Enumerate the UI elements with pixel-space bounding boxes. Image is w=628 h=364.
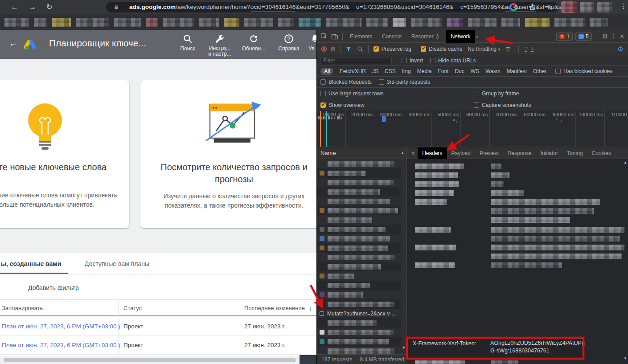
tab-timing[interactable]: Timing [562, 147, 587, 159]
invert-checkbox[interactable]: Invert [402, 57, 423, 64]
nav-help-label[interactable]: Справка [273, 45, 304, 52]
request-row-redacted[interactable] [317, 243, 401, 253]
help-icon[interactable]: ? [284, 34, 294, 44]
lock-icon[interactable] [113, 4, 119, 10]
tab-recorder[interactable]: Recorder [406, 30, 446, 43]
scrollbar-thumb[interactable] [4, 358, 296, 362]
bookmark-item[interactable] [366, 18, 388, 27]
request-row-redacted[interactable] [317, 346, 401, 354]
reload-icon[interactable]: ↻ [46, 3, 52, 12]
card-discover-keywords[interactable]: йдите новые ключевые слова трите, какие … [0, 80, 129, 228]
chip-font[interactable]: Font [438, 68, 448, 74]
bookmark-star-icon[interactable]: ☆ [546, 3, 553, 11]
tab-payload[interactable]: Payload [447, 147, 475, 159]
extension-icon[interactable] [580, 2, 594, 12]
nav-notifications-label[interactable]: Ув [308, 45, 316, 52]
sort-desc-icon[interactable]: ↓ [309, 300, 312, 317]
request-row-redacted[interactable] [317, 168, 401, 178]
wrench-icon[interactable] [215, 34, 225, 44]
bell-icon[interactable] [310, 34, 316, 44]
bookmark-item[interactable] [34, 18, 47, 27]
close-devtools-icon[interactable]: ✕ [620, 33, 624, 40]
filter-input[interactable] [320, 57, 392, 64]
clear-icon[interactable]: ⊘ [330, 45, 336, 53]
request-row-redacted[interactable] [317, 281, 401, 290]
request-row-redacted[interactable] [317, 262, 401, 271]
request-row-redacted[interactable] [317, 187, 401, 196]
close-request-icon[interactable]: × [411, 150, 415, 157]
tab-plans-created[interactable]: ы, созданные вами [1, 260, 61, 267]
horizontal-scrollbar[interactable] [0, 356, 316, 364]
request-row-redacted[interactable] [317, 271, 401, 281]
table-row[interactable]: План от июн. 27, 2023, 6 PM (GMT+03:00 )… [0, 317, 316, 336]
chip-ws[interactable]: WS [471, 68, 479, 74]
import-har-icon[interactable]: ↑ [525, 46, 527, 52]
bookmark-item[interactable] [163, 18, 194, 27]
export-har-icon[interactable]: ↓ [531, 46, 534, 52]
device-toolbar-icon[interactable] [331, 33, 338, 40]
checkbox-unchecked[interactable] [320, 91, 326, 96]
tab-network[interactable]: Network [446, 30, 475, 43]
chip-all[interactable]: All [320, 68, 333, 75]
request-row-redacted[interactable] [317, 178, 401, 187]
inspect-icon[interactable] [320, 33, 328, 40]
chip-css[interactable]: CSS [385, 68, 396, 74]
bookmark-item[interactable] [590, 18, 607, 27]
bookmark-item[interactable] [468, 18, 497, 27]
message-badge[interactable]: 5 [575, 33, 592, 41]
bookmark-item[interactable] [299, 18, 321, 27]
chip-wasm[interactable]: Wasm [485, 68, 501, 74]
scroll-up-icon[interactable]: ▲ [401, 151, 404, 155]
request-row-redacted[interactable] [317, 234, 401, 243]
filter-funnel-icon[interactable] [345, 46, 352, 52]
request-row-redacted[interactable] [317, 337, 401, 346]
add-filter-button[interactable]: Добавить фильтр [28, 284, 79, 291]
request-row-redacted[interactable] [317, 318, 401, 327]
forward-icon[interactable]: → [29, 3, 36, 12]
bookmark-item[interactable] [278, 18, 294, 27]
plan-link[interactable]: План от июн. 27, 2023, 6 PM (GMT+03:00 ) [2, 336, 120, 355]
nav-refresh-label[interactable]: Обнови... [240, 45, 267, 52]
col-modified[interactable]: Последнее изменение [244, 300, 305, 317]
bookmark-item[interactable] [199, 18, 219, 27]
bookmark-item[interactable] [447, 18, 463, 27]
chip-fetch-xhr[interactable]: Fetch/XHR [340, 68, 366, 74]
request-row-mutate[interactable]: Mutate?authuser=2&acx-v-... [317, 309, 401, 318]
request-row-redacted[interactable] [317, 196, 401, 206]
tab-headers[interactable]: Headers [418, 147, 447, 159]
tab-cookies[interactable]: Cookies [587, 147, 616, 159]
col-status[interactable]: Статус [123, 300, 142, 317]
network-overview-timeline[interactable]: 10000 ms 20000 ms 30000 ms 40000 ms 5000… [317, 110, 628, 147]
back-icon[interactable]: ← [11, 3, 18, 12]
request-row-redacted[interactable] [317, 159, 401, 168]
checkbox-checked[interactable] [374, 46, 379, 52]
bookmark-item[interactable] [224, 18, 239, 27]
request-row-redacted[interactable] [317, 215, 401, 225]
throttling-select[interactable]: No throttling ▾ [468, 46, 500, 52]
checkbox-unchecked[interactable] [474, 102, 479, 108]
bookmark-item[interactable] [525, 18, 550, 27]
devtools-menu-icon[interactable]: ⋮ [611, 33, 617, 40]
bookmark-item[interactable] [244, 18, 273, 27]
extension-icon[interactable] [597, 2, 612, 12]
bookmark-item[interactable] [326, 18, 361, 27]
checkbox-checked[interactable] [320, 102, 326, 108]
group-by-frame-checkbox[interactable]: Group by frame [474, 90, 519, 97]
checkbox-checked[interactable] [421, 46, 426, 52]
share-icon[interactable] [529, 3, 536, 11]
capture-screenshots-checkbox[interactable]: Capture screenshots [474, 102, 531, 108]
table-row[interactable]: План от июн. 27, 2023, 6 PM (GMT+03:00 )… [0, 336, 316, 355]
chip-js[interactable]: JS [372, 68, 378, 74]
nav-tools-label-2[interactable]: и настр... [204, 51, 235, 57]
bookmark-item[interactable] [554, 18, 585, 27]
bookmark-item[interactable] [114, 18, 141, 27]
profile-avatar[interactable] [561, 1, 577, 13]
request-list-scrollbar[interactable]: ▼ [401, 159, 406, 354]
chip-doc[interactable]: Doc [455, 68, 464, 74]
bookmark-item[interactable] [411, 18, 442, 27]
tab-elements[interactable]: Elements [345, 30, 377, 43]
search-icon[interactable] [183, 34, 193, 44]
show-overview-checkbox[interactable]: Show overview [320, 102, 365, 108]
request-row-redacted[interactable] [317, 225, 401, 234]
request-row-redacted[interactable] [317, 299, 401, 309]
